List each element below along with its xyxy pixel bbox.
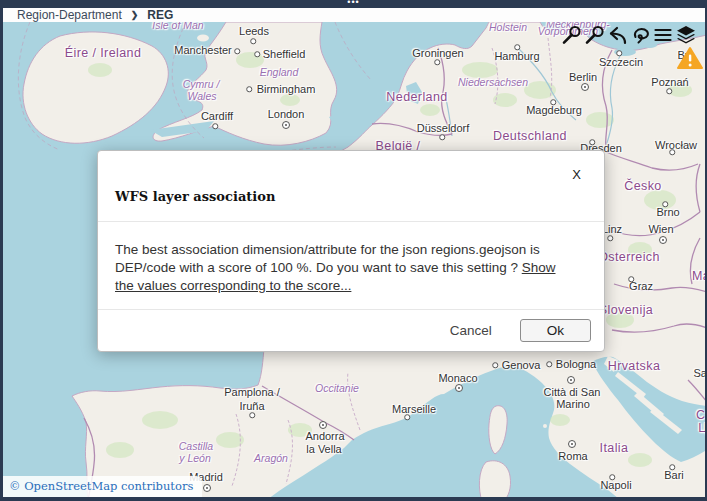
window-drag-handle: ••• bbox=[347, 0, 359, 7]
wfs-association-dialog: WFS layer association X The best associa… bbox=[97, 150, 605, 352]
breadcrumb: Region-Department ❯ REG bbox=[3, 8, 705, 22]
magnifier-icon-2[interactable] bbox=[584, 25, 604, 45]
cancel-button[interactable]: Cancel bbox=[450, 323, 492, 338]
chevron-right-icon: ❯ bbox=[131, 10, 139, 20]
warning-icon[interactable] bbox=[677, 46, 703, 74]
window-frame-left bbox=[0, 0, 3, 501]
menu-icon[interactable] bbox=[653, 25, 673, 45]
magnifier-icon-1[interactable] bbox=[561, 25, 581, 45]
undo-icon[interactable] bbox=[607, 25, 627, 45]
window-frame-bottom bbox=[0, 497, 707, 501]
dialog-title: WFS layer association bbox=[115, 189, 275, 204]
map-toolbar bbox=[561, 25, 696, 45]
lasso-select-icon[interactable] bbox=[630, 25, 650, 45]
breadcrumb-item-region-department[interactable]: Region-Department bbox=[17, 8, 122, 22]
dialog-body: The best association dimension/attribute… bbox=[98, 222, 594, 295]
window-titlebar: ••• bbox=[0, 0, 707, 8]
layers-icon[interactable] bbox=[676, 25, 696, 45]
breadcrumb-item-current: REG bbox=[147, 8, 173, 22]
osm-attribution[interactable]: © OpenStreetMap contributors bbox=[3, 476, 202, 497]
dialog-header: WFS layer association X bbox=[98, 151, 604, 222]
dialog-message: The best association dimension/attribute… bbox=[115, 242, 540, 275]
close-icon[interactable]: X bbox=[572, 167, 581, 182]
ok-button[interactable]: Ok bbox=[520, 319, 591, 342]
dialog-footer: Cancel Ok bbox=[98, 309, 604, 351]
